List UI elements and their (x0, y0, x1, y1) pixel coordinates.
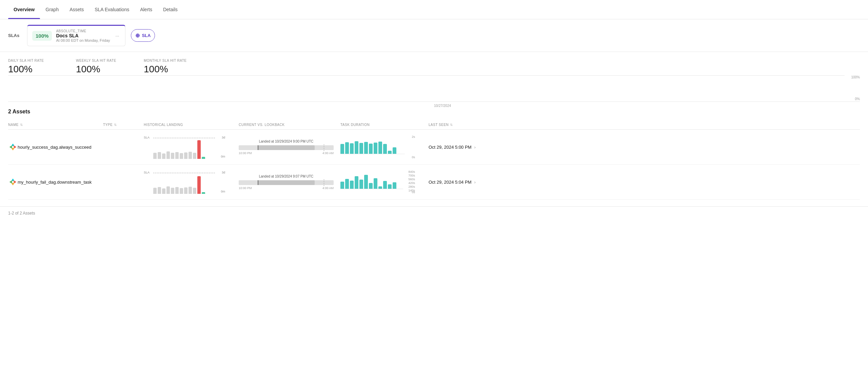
th-name[interactable]: NAME ⇅ (8, 123, 103, 127)
last-seen-2: Oct 29, 2024 5:04 PM (429, 180, 471, 185)
weekly-value: 100% (76, 64, 144, 75)
sla-card[interactable]: 100% ABSOLUTE_TIME Docs SLA At 08:00 EDT… (27, 25, 125, 46)
asset-name-2: my_hourly_fail_dag.downstream_task (18, 180, 92, 185)
sla-type: ABSOLUTE_TIME (56, 29, 110, 33)
chart-line-top (8, 75, 845, 76)
svg-point-0 (12, 146, 14, 148)
asset-name-1: hourly_success_dag.always_succeed (18, 145, 92, 150)
monthly-value: 100% (144, 64, 212, 75)
th-current: CURRENT VS. LOOKBACK (239, 123, 340, 127)
cell-task-1: 2s 0s (340, 135, 429, 159)
table-row: hourly_success_dag.always_succeed SLA 3d… (8, 130, 860, 165)
task-560-2: 560s (408, 178, 415, 181)
assets-section: 2 Assets NAME ⇅ TYPE ⇅ HISTORICAL LANDIN… (0, 102, 868, 206)
th-historical: HISTORICAL LANDING (144, 123, 239, 127)
daily-value: 100% (8, 64, 76, 75)
sla-line-label-1: SLA (144, 136, 150, 139)
timeline-end-2: 4:00 AM (322, 186, 334, 190)
timeline-start-2: 10:00 PM (239, 186, 252, 190)
th-current-label: CURRENT VS. LOOKBACK (239, 123, 284, 127)
timeline-end-1: 4:00 AM (322, 151, 334, 155)
nav-item-graph[interactable]: Graph (40, 0, 64, 19)
th-historical-label: HISTORICAL LANDING (144, 123, 183, 127)
sla-chart: 100% 0% 10/27/2024 (8, 75, 860, 102)
hist-top-2: 3d (222, 171, 225, 174)
assets-title: 2 Assets (8, 109, 860, 115)
task-min-2: 0s (412, 190, 415, 194)
task-420-2: 420s (408, 181, 415, 185)
daily-label: DAILY SLA HIT RATE (8, 59, 76, 62)
table-row: my_hourly_fail_dag.downstream_task SLA 3… (8, 165, 860, 200)
chart-min-label: 0% (846, 97, 860, 101)
cell-task-2: 840s 700s 560s 420s 280s 140s 0s (340, 170, 429, 194)
cell-current-1: Landed at 10/29/2024 9:00 PM UTC 10:00 P… (239, 140, 340, 155)
current-label-2: Landed at 10/29/2024 9:07 PM UTC (239, 174, 334, 178)
monthly-label: MONTHLY SLA HIT RATE (144, 59, 212, 62)
nav-item-details[interactable]: Details (158, 0, 183, 19)
weekly-label: WEEKLY SLA HIT RATE (76, 59, 144, 62)
sla-schedule: At 08:00 EDT on Monday, Friday (56, 38, 110, 42)
cell-name-1: hourly_success_dag.always_succeed (8, 142, 103, 152)
chart-max-label: 100% (846, 75, 860, 79)
task-min-1: 0s (412, 155, 415, 159)
sla-name: Docs SLA (56, 33, 110, 38)
weekly-metric: WEEKLY SLA HIT RATE 100% (76, 59, 144, 75)
sla-percent-badge: 100% (32, 31, 52, 41)
sort-type-icon: ⇅ (114, 123, 117, 127)
daily-metric: DAILY SLA HIT RATE 100% (8, 59, 76, 75)
timeline-start-1: 10:00 PM (239, 151, 252, 155)
sla-section: SLAs 100% ABSOLUTE_TIME Docs SLA At 08:0… (0, 19, 868, 52)
cell-current-2: Landed at 10/29/2024 9:07 PM UTC 10:00 P… (239, 174, 340, 190)
th-type-label: TYPE (103, 123, 113, 127)
airflow-icon-1 (8, 142, 18, 152)
th-last-seen[interactable]: LAST SEEN ⇅ (429, 123, 860, 127)
chevron-right-icon-2[interactable]: › (474, 180, 475, 185)
th-task-duration: TASK DURATION (340, 123, 429, 127)
nav-item-sla-evaluations[interactable]: SLA Evaluations (89, 0, 135, 19)
plus-icon: ⊕ (135, 32, 140, 39)
task-max-2: 840s (408, 170, 415, 173)
nav-item-alerts[interactable]: Alerts (135, 0, 158, 19)
sort-name-icon: ⇅ (20, 123, 23, 127)
hist-top-1: 3d (222, 136, 225, 139)
pagination: 1-2 of 2 Assets (0, 206, 868, 220)
cell-historical-1: SLA 3d 0m (144, 135, 239, 159)
th-name-label: NAME (8, 123, 19, 127)
nav-item-overview[interactable]: Overview (8, 0, 40, 19)
th-type[interactable]: TYPE ⇅ (103, 123, 144, 127)
task-280-2: 280s (408, 185, 415, 188)
sort-lastseen-icon: ⇅ (450, 123, 453, 127)
sla-more-menu[interactable]: ··· (114, 32, 121, 40)
sla-label: SLAs (8, 33, 22, 38)
task-max-1: 2s (412, 135, 415, 139)
cell-lastseen-2: Oct 29, 2024 5:04 PM › (429, 180, 860, 185)
chart-labels: 100% 0% (846, 75, 860, 102)
pagination-label: 1-2 of 2 Assets (8, 211, 35, 216)
top-navigation: Overview Graph Assets SLA Evaluations Al… (0, 0, 868, 19)
nav-item-assets[interactable]: Assets (64, 0, 89, 19)
task-700-2: 700s (408, 174, 415, 177)
sla-line-label-2: SLA (144, 171, 150, 174)
th-lastseen-label: LAST SEEN (429, 123, 449, 127)
airflow-icon-2 (8, 177, 18, 187)
add-sla-button[interactable]: ⊕ SLA (131, 29, 155, 42)
current-label-1: Landed at 10/29/2024 9:00 PM UTC (239, 140, 334, 143)
cell-name-2: my_hourly_fail_dag.downstream_task (8, 177, 103, 187)
hist-bot-1: 0m (221, 155, 225, 158)
th-task-label: TASK DURATION (340, 123, 370, 127)
metrics-section: DAILY SLA HIT RATE 100% WEEKLY SLA HIT R… (0, 52, 868, 102)
last-seen-1: Oct 29, 2024 5:00 PM (429, 145, 471, 150)
cell-lastseen-1: Oct 29, 2024 5:00 PM › (429, 145, 860, 150)
chevron-right-icon-1[interactable]: › (474, 145, 475, 150)
svg-point-1 (12, 181, 14, 183)
hist-bot-2: 0m (221, 190, 225, 193)
table-header: NAME ⇅ TYPE ⇅ HISTORICAL LANDING CURRENT… (8, 120, 860, 130)
monthly-metric: MONTHLY SLA HIT RATE 100% (144, 59, 212, 75)
sla-info: ABSOLUTE_TIME Docs SLA At 08:00 EDT on M… (56, 29, 110, 42)
chart-date: 10/27/2024 (434, 104, 451, 108)
add-sla-label: SLA (142, 33, 151, 38)
cell-historical-2: SLA 3d 0m (144, 170, 239, 194)
